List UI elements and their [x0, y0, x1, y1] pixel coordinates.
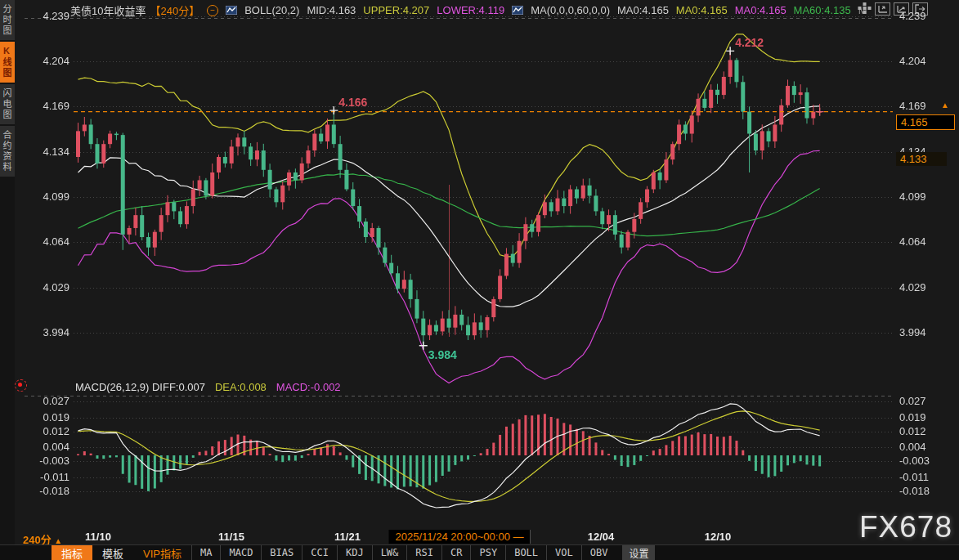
- pan-move-icon[interactable]: [858, 2, 872, 14]
- toolbar-item-CCI[interactable]: CCI: [302, 545, 337, 560]
- chart-canvas[interactable]: [0, 0, 959, 560]
- exit-panel-icon[interactable]: [912, 2, 928, 16]
- bottom-toolbar: 指标模板VIP指标MAMACDBIASCCIKDJLW&RSICRPSYBOLL…: [0, 544, 959, 560]
- toolbar-item-LW&[interactable]: LW&: [372, 545, 407, 560]
- toolbar-item-VIP指标[interactable]: VIP指标: [133, 545, 191, 560]
- xaxis-tick-4: 12/10: [705, 531, 732, 543]
- xaxis-tick-1: 11/15: [218, 531, 244, 543]
- scale-axis-up-icon[interactable]: [875, 2, 890, 16]
- toolbar-item-MACD[interactable]: MACD: [220, 545, 261, 560]
- window-controls: [858, 2, 928, 16]
- collapse-indicator-icon[interactable]: −: [207, 5, 218, 16]
- sidebar-tab-2[interactable]: 闪电图: [0, 84, 15, 124]
- toolbar-item-模板[interactable]: 模板: [92, 545, 133, 560]
- toolbar-item-VOL[interactable]: VOL: [546, 545, 581, 560]
- xaxis-tick-0: 11/10: [85, 531, 111, 543]
- sidebar-tab-1[interactable]: K线图: [0, 42, 15, 83]
- toolbar-item-OBV[interactable]: OBV: [581, 545, 616, 560]
- toolbar-item-RSI[interactable]: RSI: [406, 545, 441, 560]
- toolbar-item-BIAS[interactable]: BIAS: [261, 545, 302, 560]
- toolbar-item-指标[interactable]: 指标: [52, 545, 92, 560]
- xaxis-tick-3: 12/04: [588, 531, 615, 543]
- toolbar-item-PSY[interactable]: PSY: [470, 545, 505, 560]
- toolbar-item-MA[interactable]: MA: [191, 545, 220, 560]
- app-root: 分时图K线图闪电图合约资料 美债10年收益率 【240分】 − BOLL(20,…: [0, 0, 959, 560]
- selected-bar-date: 2025/11/24 20:00~00:00 —: [389, 530, 531, 544]
- toolbar-item-CR[interactable]: CR: [441, 545, 470, 560]
- sidebar-tab-3[interactable]: 合约资料: [0, 126, 15, 177]
- price-annotation-4.212: 4.212: [735, 36, 764, 49]
- price-annotation-3.984: 3.984: [428, 348, 457, 361]
- macd-settings-icon[interactable]: [15, 379, 27, 392]
- toolbar-item-KDJ[interactable]: KDJ: [337, 545, 372, 560]
- scale-axis-right-icon[interactable]: [894, 2, 909, 16]
- toolbar-item-设置[interactable]: 设置: [622, 545, 655, 560]
- xaxis-tick-2: 11/21: [334, 531, 361, 543]
- price-annotation-4.166: 4.166: [338, 96, 367, 109]
- sidebar-tab-0[interactable]: 分时图: [0, 0, 15, 40]
- toolbar-item-BOLL[interactable]: BOLL: [505, 545, 546, 560]
- sidebar: 分时图K线图闪电图合约资料: [0, 0, 15, 560]
